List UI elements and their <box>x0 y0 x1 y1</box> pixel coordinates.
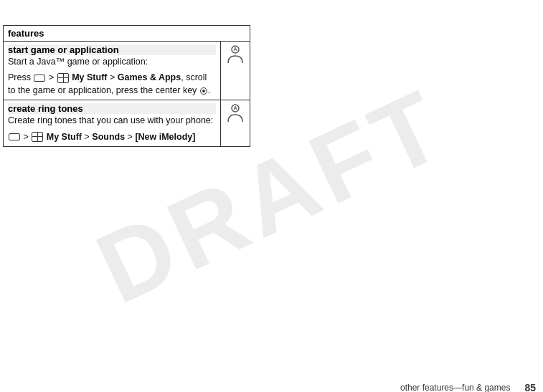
table-header-row: features <box>4 26 250 42</box>
mystuff-label: My Stuff <box>72 72 107 82</box>
footer-label: other features—fun & games <box>400 383 510 392</box>
ring-tones-line1: Create ring tones that you can use with … <box>8 114 216 127</box>
start-game-line2: Press > My Stuff > Games & Apps, scroll … <box>8 71 216 97</box>
svg-text:A: A <box>233 47 237 52</box>
person-svg-1: A <box>225 44 245 64</box>
person-icon-2: A <box>225 103 245 123</box>
page-footer: other features—fun & games 85 <box>400 382 536 392</box>
center-key-icon <box>200 87 207 95</box>
sounds-label: Sounds <box>92 132 125 142</box>
person-icon-cell-1: A <box>221 42 250 100</box>
page-container: features start game or application Start… <box>0 14 543 392</box>
svg-text:A: A <box>233 105 237 110</box>
menu-button-icon-2 <box>9 133 20 140</box>
ring-tones-line2: > My Stuff > Sounds > [New iMelody] <box>8 130 216 143</box>
person-icon-1: A <box>225 44 245 64</box>
menu-button-icon <box>34 75 45 82</box>
table-row: create ring tones Create ring tones that… <box>4 100 250 146</box>
person-icon-cell-2: A <box>221 100 250 146</box>
features-table: features start game or application Start… <box>3 25 250 147</box>
section-body-ring-tones: Create ring tones that you can use with … <box>8 114 216 143</box>
my-stuff-icon-2 <box>32 132 43 142</box>
mystuff-label-2: My Stuff <box>47 132 82 142</box>
section-content-cell-2: create ring tones Create ring tones that… <box>4 100 221 146</box>
table-row: start game or application Start a Java™ … <box>4 42 250 100</box>
new-imelody-label: [New iMelody] <box>135 132 195 142</box>
header-label: features <box>8 28 44 39</box>
page-number: 85 <box>524 382 536 392</box>
games-apps-label: Games & Apps <box>118 72 181 82</box>
person-svg-2: A <box>225 103 245 123</box>
section-body-start-game: Start a Java™ game or application: Press… <box>8 55 216 97</box>
section-header-ring-tones: create ring tones <box>8 103 216 114</box>
section-content-cell: start game or application Start a Java™ … <box>4 42 221 100</box>
table-header-cell: features <box>4 26 250 42</box>
start-game-line1: Start a Java™ game or application: <box>8 55 216 68</box>
section-header-start-game: start game or application <box>8 44 216 55</box>
my-stuff-icon <box>57 73 69 83</box>
